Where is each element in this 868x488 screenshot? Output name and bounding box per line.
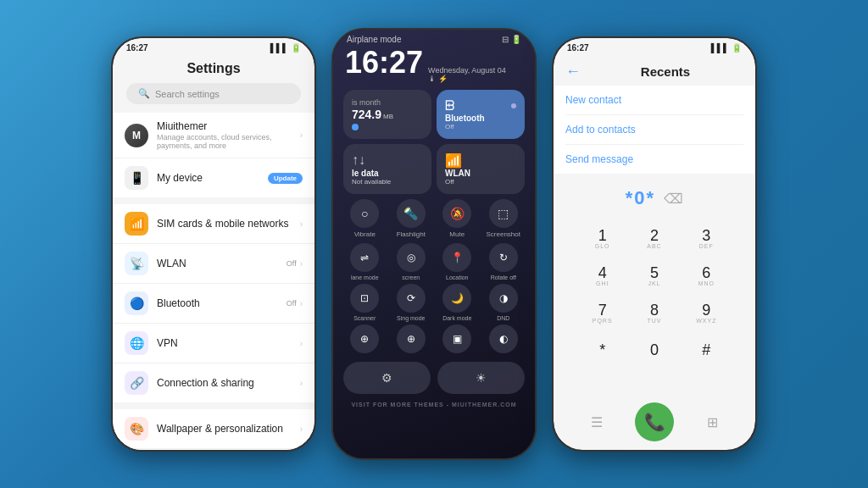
screenshot-btn[interactable]: ⬚ Screenshot	[482, 199, 526, 238]
action3-icon-1: ⊕	[397, 324, 426, 353]
action3-btn-1[interactable]: ⊕	[390, 324, 433, 353]
call-button[interactable]: 📞	[635, 402, 674, 441]
my-device-label: My device	[157, 172, 259, 184]
lock-screen-item[interactable]: 🔒 Always-on display & Lock screen ›	[113, 449, 314, 450]
wallpaper-item[interactable]: 🎨 Wallpaper & personalization ›	[113, 409, 314, 449]
dialer-key-star[interactable]: *	[578, 333, 626, 367]
status-icons-right: ▌▌▌ 🔋	[711, 43, 742, 53]
cc-data-unit: MB	[383, 113, 393, 120]
dialer-key-6[interactable]: 6 MNO	[682, 258, 731, 292]
dialer-bottom-row: ☰ 📞 ⊞	[554, 396, 755, 450]
dialer-key-3[interactable]: 3 DEF	[682, 221, 731, 255]
brightness-bottom-btn[interactable]: ☀	[437, 362, 525, 394]
dialer-number: *0*	[626, 187, 655, 209]
rotate-btn[interactable]: ↻ Rotate off	[482, 243, 526, 280]
action3-icon-0: ⊕	[350, 324, 379, 353]
wallpaper-text: Wallpaper & personalization	[157, 423, 292, 435]
status-bar-left: 16:27 ▌▌▌ 🔋	[113, 38, 314, 56]
cc-time-row: 16:27 Wednesday, August 04 🌡 ⚡	[333, 47, 535, 90]
bt-icon: ᗸ	[445, 98, 455, 114]
new-contact-action[interactable]: New contact	[565, 86, 743, 115]
chevron-icon: ›	[300, 379, 303, 388]
status-icons-left: ▌▌▌ 🔋	[270, 43, 301, 53]
brightness-icon: ☀	[476, 371, 487, 385]
action3-btn-2[interactable]: ▣	[436, 324, 479, 353]
connection-item[interactable]: 🔗 Connection & sharing ›	[113, 363, 314, 402]
settings-list: M Miuithemer Manage accounts, cloud serv…	[113, 113, 314, 450]
cc-battery-icon: ⊟ 🔋	[502, 35, 521, 44]
rotate-label: Rotate off	[491, 274, 516, 280]
location-label: Location	[446, 274, 468, 280]
sim-item[interactable]: 📶 SIM cards & mobile networks ›	[113, 204, 314, 244]
chevron-icon: ›	[300, 424, 303, 434]
my-device-item[interactable]: 📱 My device Update	[113, 158, 314, 197]
send-message-action[interactable]: Send message	[565, 145, 743, 174]
cc-data-title: is month	[352, 98, 423, 107]
back-icon[interactable]: ←	[565, 63, 581, 80]
dialer-input-row: *0* ⌫	[626, 187, 683, 209]
dnd-btn[interactable]: ◑ DND	[482, 284, 526, 321]
cc-wlan-label: WLAN	[445, 169, 516, 178]
dialer-key-4[interactable]: 4 GHI	[578, 258, 626, 292]
vpn-icon: 🌐	[125, 331, 148, 355]
wlan-right: Off ›	[287, 259, 303, 269]
cc-wlan-tile[interactable]: 📶 WLAN Off	[437, 144, 525, 194]
settings-gear-icon: ⚙	[381, 371, 392, 385]
user-item[interactable]: M Miuithemer Manage accounts, cloud serv…	[113, 113, 314, 158]
recents-screen: 16:27 ▌▌▌ 🔋 ← Recents New contact Add to…	[554, 38, 755, 450]
dialer-key-2[interactable]: 2 ABC	[630, 221, 678, 255]
sim-icon: 📶	[125, 212, 148, 236]
screenshot-icon: ⬚	[489, 199, 518, 228]
mute-btn[interactable]: 🔕 Mute	[436, 199, 479, 238]
vibrate-btn[interactable]: ○ Vibrate	[343, 199, 387, 238]
wlan-item[interactable]: 📡 WLAN Off ›	[113, 244, 314, 284]
action3-btn-0[interactable]: ⊕	[343, 324, 387, 353]
vpn-text: VPN	[157, 337, 292, 349]
cc-bluetooth-tile[interactable]: ᗸ Bluetooth Off	[437, 90, 525, 139]
add-to-contacts-action[interactable]: Add to contacts	[565, 115, 743, 145]
cc-wlan-icon: 📶	[445, 152, 516, 169]
settings-bottom-btn[interactable]: ⚙	[343, 362, 431, 394]
dialer-key-7[interactable]: 7 PQRS	[578, 296, 626, 330]
cc-mobile-data-tile[interactable]: ↑↓ le data Not available	[343, 144, 431, 194]
cc-bt-label: Bluetooth	[445, 114, 516, 123]
cc-data-tile[interactable]: is month 724.9 MB	[343, 90, 431, 139]
rotate-icon: ↻	[489, 243, 518, 272]
cc-status-icons: ⊟ 🔋	[502, 35, 521, 44]
scanner-btn[interactable]: ⊡ Scanner	[343, 284, 387, 321]
dialer-key-1[interactable]: 1 GLO	[578, 221, 626, 255]
location-btn[interactable]: 📍 Location	[436, 243, 479, 280]
vpn-item[interactable]: 🌐 VPN ›	[113, 324, 314, 363]
flashlight-btn[interactable]: 🔦 Flashlight	[390, 199, 433, 238]
vpn-label: VPN	[157, 337, 292, 349]
cc-mobile-label: le data	[352, 169, 423, 178]
cc-data-value: 724.9	[352, 108, 381, 121]
dialer-key-5[interactable]: 5 JKL	[630, 258, 678, 292]
search-bar[interactable]: 🔍 Search settings	[126, 83, 301, 104]
dark-mode-btn[interactable]: 🌙 Dark mode	[436, 284, 479, 321]
left-phone: 16:27 ▌▌▌ 🔋 Settings 🔍 Search settings M	[111, 36, 316, 452]
connection-icon: 🔗	[125, 371, 148, 395]
action3-btn-3[interactable]: ◐	[482, 324, 526, 353]
bluetooth-item[interactable]: 🔵 Bluetooth Off ›	[113, 284, 314, 324]
dialer-key-9[interactable]: 9 WXYZ	[682, 296, 731, 330]
status-time-right: 16:27	[567, 43, 589, 53]
menu-icon[interactable]: ☰	[582, 408, 611, 436]
lane-mode-btn[interactable]: ⇌ lane mode	[343, 243, 387, 280]
dialer-key-0[interactable]: 0	[630, 333, 678, 367]
bluetooth-text: Bluetooth	[157, 297, 278, 309]
chevron-icon: ›	[300, 339, 303, 348]
grid-icon[interactable]: ⊞	[698, 408, 726, 436]
sing-mode-btn[interactable]: ⟳ Sing mode	[390, 284, 433, 321]
screen-btn[interactable]: ◎ screen	[390, 243, 433, 280]
dialer-key-hash[interactable]: #	[682, 333, 731, 367]
cc-airplane-mode: Airplane mode	[347, 35, 401, 44]
user-section: M Miuithemer Manage accounts, cloud serv…	[113, 113, 314, 197]
device-icon: 📱	[125, 166, 148, 190]
wallpaper-icon: 🎨	[125, 417, 148, 441]
cc-date: Wednesday, August 04	[428, 66, 506, 75]
center-phone: Airplane mode ⊟ 🔋 16:27 Wednesday, Augus…	[331, 28, 537, 460]
dialer-key-8[interactable]: 8 TUV	[630, 296, 678, 330]
backspace-icon[interactable]: ⌫	[664, 191, 683, 207]
cc-action-row-1: ⇌ lane mode ◎ screen 📍 Location ↻ Rotate…	[333, 243, 535, 284]
